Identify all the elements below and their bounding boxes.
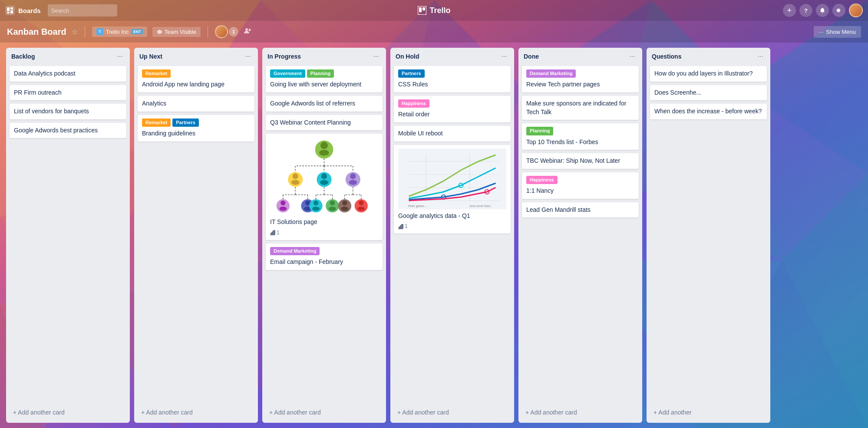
column-menu-questions[interactable]: ··· bbox=[756, 52, 765, 61]
show-menu-button[interactable]: ··· Show Menu bbox=[814, 26, 861, 38]
svg-point-38 bbox=[319, 150, 329, 156]
column-cards-backlog: Data Analytics podcastPR Firm outreachLi… bbox=[6, 64, 130, 404]
card[interactable]: How do you add layers in Illustrator? bbox=[650, 66, 767, 82]
svg-point-53 bbox=[349, 180, 357, 185]
card[interactable]: Analytics bbox=[138, 96, 254, 112]
svg-point-50 bbox=[320, 180, 328, 185]
svg-point-33 bbox=[245, 28, 248, 31]
org-chart-image bbox=[270, 137, 378, 215]
card-labels: RemarketPartners bbox=[142, 119, 250, 127]
card[interactable]: GovernmentPlanningGoing live with server… bbox=[266, 66, 383, 92]
add-card-button-backlog[interactable]: + Add another card bbox=[8, 405, 128, 419]
star-button[interactable]: ☆ bbox=[72, 28, 78, 36]
org-badge[interactable]: T Trello Inc ENT bbox=[92, 26, 147, 37]
card-label: Demand Marketing bbox=[526, 69, 576, 78]
card[interactable]: List of vendors for banquets bbox=[10, 104, 126, 119]
card[interactable]: When does the increase - before week? bbox=[650, 104, 767, 119]
column-menu-in-progress[interactable]: ··· bbox=[372, 52, 381, 61]
card-footer: 1 bbox=[398, 223, 506, 230]
divider bbox=[85, 26, 85, 37]
org-name: Trello Inc bbox=[106, 29, 129, 35]
add-card-button-in-progress[interactable]: + Add another card bbox=[264, 405, 384, 419]
card-labels: Planning bbox=[526, 127, 634, 135]
card[interactable]: TBC Webinar: Ship Now, Not Later bbox=[522, 153, 639, 169]
card[interactable]: Does Screenhe... bbox=[650, 85, 767, 101]
column-menu-on-hold[interactable]: ··· bbox=[500, 52, 509, 61]
card[interactable]: Google Adwords best practices bbox=[10, 123, 126, 138]
notifications-button[interactable] bbox=[816, 4, 829, 17]
card-text: Lead Gen Mandrill stats bbox=[526, 206, 634, 214]
card-text: Branding guidelines bbox=[142, 129, 250, 138]
card[interactable]: Lead Gen Mandrill stats bbox=[522, 202, 639, 218]
card-label: Planning bbox=[526, 127, 553, 135]
card[interactable]: Mobile UI reboot bbox=[394, 126, 511, 142]
visibility-label: Team Visible bbox=[165, 29, 196, 35]
boards-label[interactable]: Boards bbox=[18, 7, 41, 14]
member-avatar-1[interactable] bbox=[215, 25, 228, 38]
card[interactable]: PlanningTop 10 Trends list - Forbes bbox=[522, 123, 639, 150]
column-menu-done[interactable]: ··· bbox=[628, 52, 637, 61]
trello-logo-text: Trello bbox=[429, 6, 450, 15]
card[interactable]: Hello gatew... And some feed... Google a… bbox=[394, 145, 511, 234]
card-text: Google Adwords list of referrers bbox=[270, 99, 378, 108]
svg-point-77 bbox=[312, 207, 320, 211]
column-cards-in-progress: GovernmentPlanningGoing live with server… bbox=[262, 64, 386, 404]
card[interactable]: RemarketPartnersBranding guidelines bbox=[138, 115, 254, 142]
card[interactable]: Q3 Webinar Content Planning bbox=[266, 115, 383, 131]
card-text: Retail order bbox=[398, 110, 506, 119]
column-title-backlog: Backlog bbox=[11, 53, 35, 60]
card-attachment-count: 1 bbox=[270, 229, 280, 237]
svg-point-82 bbox=[342, 201, 347, 205]
card[interactable]: HappinessRetail order bbox=[394, 96, 511, 122]
column-menu-backlog[interactable]: ··· bbox=[116, 52, 125, 61]
user-avatar[interactable] bbox=[849, 3, 863, 17]
card[interactable]: Make sure sponsors are indicated for Tec… bbox=[522, 96, 639, 120]
search-input[interactable] bbox=[48, 4, 117, 16]
card-text: List of vendors for banquets bbox=[14, 107, 122, 116]
card[interactable]: Happiness1:1 Nancy bbox=[522, 172, 639, 199]
add-card-button-up-next[interactable]: + Add another card bbox=[136, 405, 256, 419]
svg-text:Hello gatew...: Hello gatew... bbox=[408, 204, 426, 208]
svg-point-86 bbox=[357, 207, 365, 211]
visibility-badge[interactable]: Team Visible bbox=[152, 27, 201, 37]
card-label: Happiness bbox=[398, 99, 429, 108]
column-title-done: Done bbox=[524, 53, 539, 60]
column-cards-on-hold: PartnersCSS RulesHappinessRetail orderMo… bbox=[390, 64, 514, 404]
org-icon: T bbox=[96, 28, 103, 35]
card-attachment-count: 1 bbox=[398, 223, 408, 230]
column-header-on-hold: On Hold ··· bbox=[390, 48, 514, 64]
add-card-button-on-hold[interactable]: + Add another card bbox=[392, 405, 512, 419]
card-text: Google analytics data - Q1 bbox=[398, 212, 506, 221]
card[interactable]: IT Solutions page 1 bbox=[266, 134, 383, 240]
card-text: CSS Rules bbox=[398, 80, 506, 89]
svg-point-76 bbox=[314, 201, 318, 205]
card[interactable]: Data Analytics podcast bbox=[10, 66, 126, 82]
card[interactable]: RemarketAndroid App new landing page bbox=[138, 66, 254, 92]
add-card-button-questions[interactable]: + Add another bbox=[648, 405, 769, 419]
topbar-center: Trello bbox=[417, 6, 450, 15]
svg-rect-31 bbox=[422, 7, 425, 10]
card[interactable]: PartnersCSS Rules bbox=[394, 66, 511, 92]
add-button[interactable]: + bbox=[783, 4, 796, 17]
card[interactable]: PR Firm outreach bbox=[10, 85, 126, 101]
boards-icon bbox=[5, 6, 15, 15]
card-labels: Demand Marketing bbox=[526, 69, 634, 78]
column-title-in-progress: In Progress bbox=[267, 53, 301, 60]
settings-button[interactable] bbox=[832, 4, 845, 17]
card[interactable]: Demand MarketingEmail campaign - Februar… bbox=[266, 244, 383, 270]
column-header-done: Done ··· bbox=[518, 48, 642, 64]
card-text: IT Solutions page bbox=[270, 218, 378, 227]
show-menu-ellipsis: ··· bbox=[819, 29, 824, 35]
column-backlog: Backlog ···Data Analytics podcastPR Firm… bbox=[6, 48, 130, 423]
card[interactable]: Google Adwords list of referrers bbox=[266, 96, 383, 112]
column-menu-up-next[interactable]: ··· bbox=[244, 52, 253, 61]
topbar: Boards Trello + ? bbox=[0, 0, 868, 21]
card[interactable]: Demand MarketingReview Tech partner page… bbox=[522, 66, 639, 92]
card-label: Partners bbox=[172, 119, 199, 127]
add-card-button-done[interactable]: + Add another card bbox=[520, 405, 640, 419]
invite-button[interactable] bbox=[244, 27, 251, 37]
svg-rect-26 bbox=[10, 7, 13, 10]
help-button[interactable]: ? bbox=[799, 4, 812, 17]
column-cards-done: Demand MarketingReview Tech partner page… bbox=[518, 64, 642, 404]
board-title: Kanban Board bbox=[7, 27, 66, 37]
